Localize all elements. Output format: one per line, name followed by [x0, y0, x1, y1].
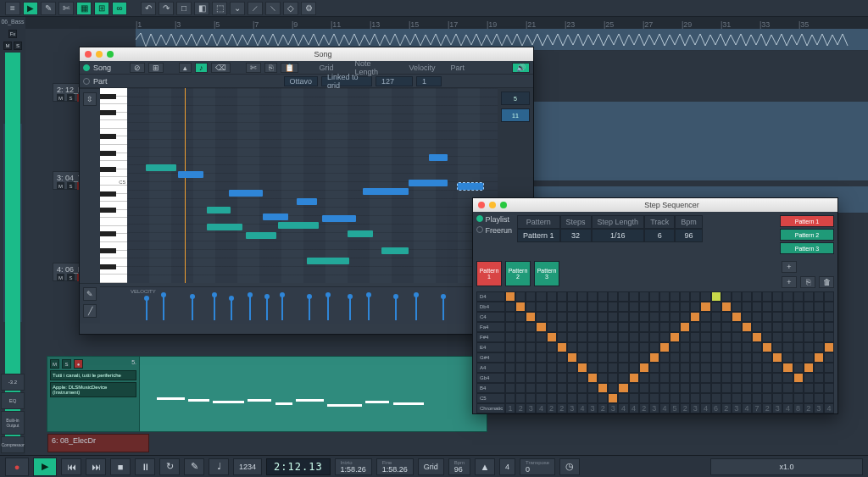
step-cell[interactable] [629, 393, 639, 403]
step-cell[interactable] [649, 332, 659, 342]
step-cell[interactable] [814, 383, 824, 393]
step-cell[interactable] [639, 383, 649, 393]
step-cell[interactable] [690, 302, 700, 312]
step-cell[interactable] [567, 332, 577, 342]
midi-region-routing[interactable]: Tutti i canali, tutti le periferiche [50, 370, 136, 380]
step-cell[interactable] [711, 383, 721, 393]
step-cell[interactable] [732, 312, 742, 322]
step-cell[interactable] [680, 302, 690, 312]
step-cell[interactable] [547, 302, 557, 312]
step-cell[interactable] [587, 291, 598, 302]
step-cell[interactable] [536, 352, 546, 363]
zoom-display[interactable]: x1.0 [710, 458, 863, 475]
step-cell[interactable] [711, 393, 721, 403]
step-cell[interactable] [670, 332, 680, 342]
minimize-icon[interactable] [489, 202, 496, 208]
step-cell[interactable] [515, 291, 526, 302]
step-cell[interactable] [598, 322, 608, 332]
step-cell[interactable] [577, 302, 587, 312]
tool-b-icon[interactable]: ↷ [159, 2, 174, 15]
cut-tool-icon[interactable]: ✄ [58, 2, 74, 15]
mode-playlist-radio[interactable] [476, 215, 483, 222]
gain-readout[interactable]: -3.2 [1, 374, 25, 391]
step-cell[interactable] [649, 352, 659, 363]
step-cell[interactable] [547, 312, 557, 322]
step-cell[interactable] [587, 383, 598, 393]
pointer-tool-icon[interactable]: ▶ [23, 2, 38, 15]
step-cell[interactable] [608, 302, 618, 312]
step-cell[interactable] [793, 291, 804, 302]
step-cell[interactable] [742, 291, 752, 302]
step-cell[interactable] [505, 352, 515, 363]
copy-icon[interactable]: ⎘ [800, 276, 815, 288]
step-cell[interactable] [711, 352, 721, 363]
step-cell[interactable] [505, 363, 515, 373]
step-cell[interactable] [721, 383, 732, 393]
step-cell[interactable] [577, 312, 587, 322]
step-cell[interactable] [567, 373, 577, 383]
step-cell[interactable] [680, 322, 690, 332]
step-cell[interactable] [732, 363, 742, 373]
mute-button[interactable]: M [50, 359, 59, 369]
step-cell[interactable] [618, 342, 628, 352]
step-cell[interactable] [639, 312, 649, 322]
step-cell[interactable] [526, 291, 536, 302]
step-cell[interactable] [598, 342, 608, 352]
step-cell[interactable] [670, 342, 680, 352]
step-cell[interactable] [618, 363, 628, 373]
step-cell[interactable] [505, 312, 515, 322]
step-cell[interactable] [547, 393, 557, 403]
step-cell[interactable] [639, 373, 649, 383]
step-cell[interactable] [598, 332, 608, 342]
step-cell[interactable] [782, 302, 793, 312]
line-icon[interactable]: ╱ [83, 304, 97, 318]
delete-icon[interactable]: 🗑 [819, 276, 834, 288]
loop-button[interactable]: ↻ [159, 458, 180, 475]
step-cell[interactable] [711, 342, 721, 352]
step-cell[interactable] [649, 322, 659, 332]
step-cell[interactable] [782, 373, 793, 383]
forward-button[interactable]: ⏭ [86, 458, 106, 475]
step-cell[interactable] [670, 352, 680, 363]
scale-label[interactable]: Chromatic [476, 403, 505, 413]
step-cell[interactable] [690, 322, 700, 332]
step-cell[interactable] [762, 373, 772, 383]
timeline-ruler[interactable]: |1|3|5|7|9|11|13|15|17|19|21|23|25|27|29… [25, 17, 868, 29]
step-cell[interactable] [793, 373, 804, 383]
piano-roll-grid[interactable] [127, 88, 498, 283]
step-cell[interactable] [649, 312, 659, 322]
step-cell[interactable] [639, 322, 649, 332]
part-slot[interactable]: 5 [501, 92, 530, 105]
step-cell[interactable] [587, 393, 598, 403]
step-cell[interactable] [598, 383, 608, 393]
step-cell[interactable] [670, 383, 680, 393]
step-cell[interactable] [547, 373, 557, 383]
step-cell[interactable] [742, 363, 752, 373]
step-cell[interactable] [762, 352, 772, 363]
step-cell[interactable] [732, 383, 742, 393]
step-cell[interactable] [639, 291, 649, 302]
step-cell[interactable] [515, 322, 526, 332]
step-cell[interactable] [639, 302, 649, 312]
step-cell[interactable] [804, 322, 814, 332]
step-cell[interactable] [598, 291, 608, 302]
zoom-vert-icon[interactable]: ⇳ [83, 92, 97, 106]
step-cell[interactable] [639, 352, 649, 363]
step-cell[interactable] [680, 342, 690, 352]
grid-field[interactable]: Grid [418, 458, 444, 475]
step-cell[interactable] [721, 373, 732, 383]
step-cell[interactable] [762, 302, 772, 312]
step-cell[interactable] [505, 302, 515, 312]
step-cell[interactable] [608, 312, 618, 322]
step-cell[interactable] [732, 302, 742, 312]
step-cell[interactable] [547, 363, 557, 373]
fx-button[interactable]: Fx [8, 30, 17, 38]
step-cell[interactable] [608, 393, 618, 403]
step-cell[interactable] [670, 312, 680, 322]
step-cell[interactable] [680, 312, 690, 322]
step-cell[interactable] [804, 352, 814, 363]
step-cell[interactable] [515, 363, 526, 373]
step-cell[interactable] [547, 383, 557, 393]
step-cell[interactable] [670, 393, 680, 403]
mute-button[interactable]: M [3, 42, 12, 50]
